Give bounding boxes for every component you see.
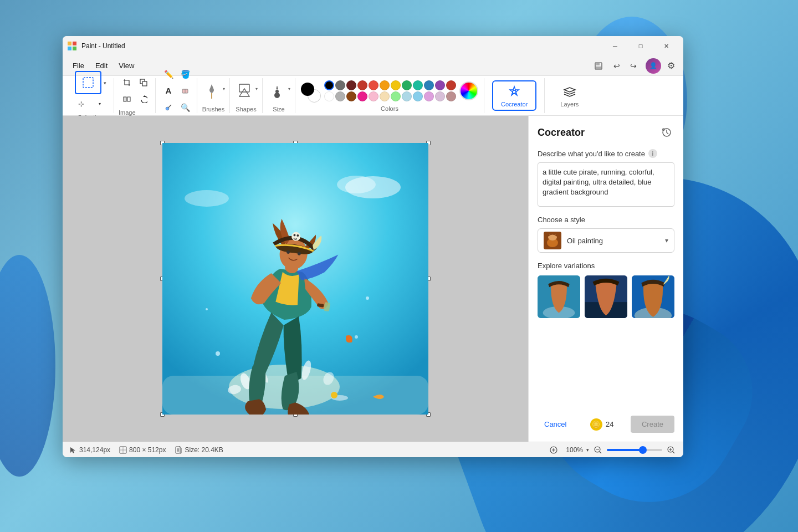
- app-icon: [67, 41, 77, 51]
- style-thumb: [544, 232, 561, 249]
- brushes-button[interactable]: [202, 79, 222, 104]
- selection-tool-button[interactable]: [75, 71, 101, 94]
- window-title: Paint - Untitled: [81, 42, 602, 50]
- menu-view[interactable]: View: [113, 59, 140, 72]
- pencil-button[interactable]: ✏️: [160, 66, 177, 82]
- redo-button[interactable]: ↪: [626, 58, 641, 74]
- fill-button[interactable]: 🪣: [177, 66, 193, 82]
- status-bar: 314,124px 800 × 512px Size: 20.4KB: [63, 442, 683, 457]
- color-darkred[interactable]: [346, 80, 356, 90]
- cursor-position: 314,124px: [69, 446, 110, 454]
- color-green[interactable]: [402, 80, 412, 90]
- zoom-tool-button[interactable]: 🔍: [177, 100, 193, 115]
- window-controls: ─ □ ✕: [602, 37, 679, 55]
- color-blue[interactable]: [424, 80, 434, 90]
- color-lightblue[interactable]: [402, 91, 412, 101]
- variation-2[interactable]: [585, 275, 627, 318]
- variation-3[interactable]: [632, 275, 674, 318]
- select-freeform-arrow[interactable]: ▾: [91, 96, 108, 112]
- svg-line-79: [673, 452, 674, 453]
- color-brown[interactable]: [346, 91, 356, 101]
- minimize-button[interactable]: ─: [602, 37, 628, 55]
- variations-label: Explore variations: [538, 262, 674, 270]
- resize-button[interactable]: [135, 75, 152, 90]
- history-button[interactable]: [659, 125, 674, 140]
- prompt-textarea[interactable]: [538, 162, 674, 207]
- info-icon[interactable]: i: [648, 149, 657, 158]
- zoom-fit-button[interactable]: [548, 444, 560, 456]
- color-lightpink[interactable]: [369, 91, 378, 101]
- color-purple[interactable]: [435, 80, 445, 90]
- svg-rect-3: [73, 47, 76, 50]
- describe-label: Describe what you'd like to create i: [538, 149, 674, 158]
- color-rosybrown[interactable]: [446, 91, 456, 101]
- cocreator-toolbar-button[interactable]: Cocreator: [492, 80, 536, 111]
- style-select-button[interactable]: Oil painting ▾: [538, 228, 674, 253]
- color-lightgray[interactable]: [335, 91, 345, 101]
- rotate-button[interactable]: [135, 91, 152, 107]
- color-plum[interactable]: [424, 91, 434, 101]
- color-gray[interactable]: [335, 80, 345, 90]
- zoom-level: 100%: [563, 446, 583, 454]
- color-red[interactable]: [357, 80, 367, 90]
- menu-bar: File Edit View ↩ ↪ 👤 ⚙: [63, 56, 683, 76]
- svg-rect-17: [211, 93, 212, 99]
- size-button[interactable]: [267, 79, 287, 104]
- color-white[interactable]: [324, 91, 334, 101]
- size-label: Size: [273, 106, 284, 112]
- color-picker-button[interactable]: [160, 100, 177, 115]
- color-wheat[interactable]: [380, 91, 390, 101]
- color-orange[interactable]: [380, 80, 390, 90]
- color-lightred[interactable]: [369, 80, 378, 90]
- brushes-section: ▾ Brushes: [197, 78, 230, 113]
- color-wheel-button[interactable]: [459, 81, 478, 100]
- shapes-label: Shapes: [236, 106, 256, 112]
- color-skyblue[interactable]: [413, 91, 423, 101]
- svg-point-49: [331, 392, 337, 398]
- color-black[interactable]: [324, 80, 334, 90]
- svg-rect-9: [142, 81, 147, 86]
- settings-button[interactable]: ⚙: [663, 58, 679, 74]
- cancel-button[interactable]: Cancel: [538, 416, 573, 433]
- zoom-dropdown[interactable]: ▾: [586, 447, 589, 453]
- shapes-button[interactable]: [234, 79, 254, 104]
- credits-icon: 🪙: [590, 418, 602, 431]
- select-freeform-button[interactable]: ⊹: [73, 96, 89, 112]
- undo-button[interactable]: ↩: [609, 58, 625, 74]
- color-lightgreen[interactable]: [391, 91, 401, 101]
- crop-button[interactable]: [119, 75, 135, 90]
- text-button[interactable]: A: [160, 83, 177, 99]
- color-thistle[interactable]: [435, 91, 445, 101]
- color-pink[interactable]: [357, 91, 367, 101]
- zoom-in-button[interactable]: [666, 444, 677, 456]
- svg-point-38: [366, 296, 369, 300]
- maximize-button[interactable]: □: [628, 37, 653, 55]
- size-section: ▾ Size: [263, 78, 295, 113]
- close-button[interactable]: ✕: [653, 37, 679, 55]
- svg-point-20: [277, 87, 278, 89]
- panel-actions: Cancel 🪙 24 Create: [538, 416, 674, 433]
- zoom-slider[interactable]: [607, 449, 662, 451]
- variations-grid: [538, 275, 674, 318]
- svg-point-36: [355, 335, 358, 339]
- color-teal[interactable]: [413, 80, 423, 90]
- layers-toolbar-button[interactable]: Layers: [553, 80, 586, 111]
- svg-rect-6: [596, 66, 601, 69]
- pirate-illustration: [162, 143, 428, 415]
- svg-rect-7: [83, 78, 93, 88]
- eraser-button[interactable]: [177, 83, 193, 99]
- colors-label: Colors: [301, 105, 478, 112]
- color-yellow[interactable]: [391, 80, 401, 90]
- flip-button[interactable]: [119, 91, 135, 107]
- save-button[interactable]: [590, 58, 607, 74]
- fg-color-button[interactable]: [301, 83, 314, 96]
- user-avatar[interactable]: 👤: [646, 58, 661, 74]
- color-crimson[interactable]: [446, 80, 456, 90]
- zoom-out-button[interactable]: [592, 444, 603, 456]
- tools-section: ✏️ 🪣 A 🔍 Tools: [156, 78, 197, 113]
- canvas-area[interactable]: [63, 116, 528, 442]
- variation-1[interactable]: [538, 275, 580, 318]
- panel-title: Cocreator: [538, 127, 585, 139]
- create-button[interactable]: Create: [631, 416, 674, 433]
- svg-point-53: [548, 234, 557, 241]
